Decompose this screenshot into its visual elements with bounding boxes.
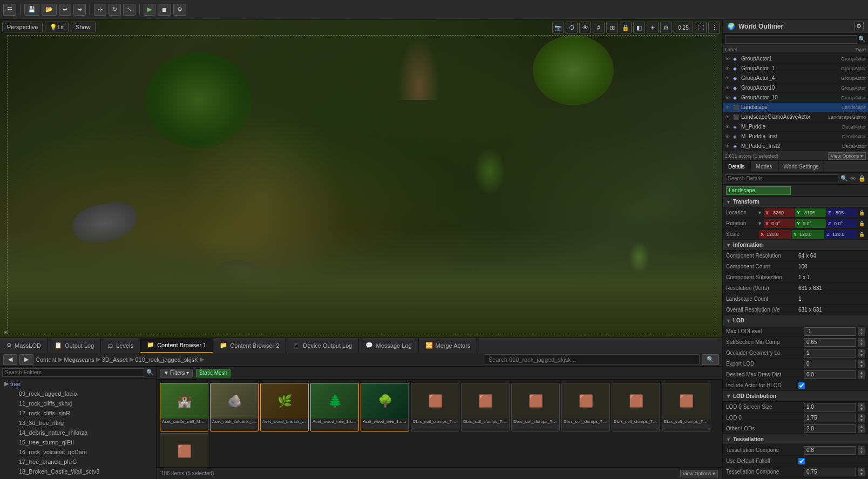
viewport-lighting-btn[interactable]: 💡 Lit [45, 22, 69, 32]
outliner-row-4[interactable]: 👁 ◆ GroupActor_10 GroupActor [723, 93, 868, 103]
tree-item-9[interactable]: 19_Broken_Castle_Wall_sddxS [0, 476, 156, 479]
information-section-header[interactable]: ▼ Information [723, 240, 868, 251]
location-x-val[interactable]: -3260 [770, 210, 795, 215]
toolbar-save-btn[interactable]: 💾 [24, 4, 39, 16]
breadcrumb-3dasset[interactable]: 3D_Asset [102, 356, 128, 363]
outliner-search-input[interactable] [725, 35, 857, 44]
outliner-search-icon[interactable]: 🔍 [858, 36, 866, 43]
lod-section-header[interactable]: ▼ LOD [723, 315, 868, 326]
asset-10[interactable]: 🟫 Dbrs_soil_clumps_T_mhknza_LODO [662, 383, 710, 431]
other-lods-input[interactable]: 2.0 [804, 424, 856, 433]
vp-lock-btn[interactable]: 🔒 [620, 22, 632, 33]
lod0-screen-size-input[interactable]: 1.0 [804, 403, 856, 411]
details-search-icon[interactable]: 🔍 [840, 175, 848, 182]
vp-menu-btn[interactable]: ⋮ [708, 22, 720, 33]
tree-item-8[interactable]: 18_Broken_Castle_Wall_sctv3 [0, 467, 156, 476]
tree-item-4[interactable]: 14_debris_nature_rhlknza [0, 428, 156, 437]
tab-levels[interactable]: 🗂 Levels [101, 338, 140, 353]
outliner-row-7[interactable]: 👁 ◈ M_Puddle DecalActor [723, 122, 868, 132]
vp-shading-btn[interactable]: ◧ [633, 22, 645, 33]
content-search-input[interactable] [484, 354, 700, 365]
vp-snap-btn[interactable]: ⊞ [606, 22, 618, 33]
asset-4[interactable]: 🌳 Aset_wood_tree_1.stwd_LODO [361, 383, 409, 431]
tab-message-log[interactable]: 💬 Message Log [359, 338, 418, 353]
toolbar-undo-btn[interactable]: ↩ [59, 4, 71, 16]
tree-item-2[interactable]: 12_rock_cliffs_sjnR [0, 408, 156, 418]
transform-section-header[interactable]: ▼ Transform [723, 197, 868, 207]
tess2-up-btn[interactable]: ▲ [858, 468, 865, 472]
outliner-row-2[interactable]: 👁 ◆ GroupActor_4 GroupActor [723, 73, 868, 83]
outliner-row-8[interactable]: 👁 ◈ M_Puddle_Inst DecalActor [723, 132, 868, 141]
toolbar-open-btn[interactable]: 📂 [42, 4, 57, 16]
tessellation-section-header[interactable]: ▼ Tessellation [723, 434, 868, 445]
scale-y-val[interactable]: 120.0 [798, 232, 824, 237]
vp-maximize-btn[interactable]: ⛶ [695, 22, 707, 33]
breadcrumb-content[interactable]: Content [36, 356, 57, 363]
desired-up-btn[interactable]: ▲ [858, 370, 865, 375]
location-y-val[interactable]: -3195 [802, 210, 826, 215]
vp-speed-input[interactable]: 0.25 [674, 22, 693, 33]
breadcrumb-megascans[interactable]: Megascans [64, 356, 94, 363]
asset-6[interactable]: 🟫 Dbrs_soil_clumps_T_mhknza_LODO [461, 383, 510, 431]
tess-dn-btn[interactable]: ▼ [858, 450, 865, 455]
tab-content-browser-2[interactable]: 📁 Content Browser 2 [213, 338, 286, 353]
lod0-input[interactable]: 1.75 [804, 414, 856, 422]
viewport-mode-btn[interactable]: Perspective [2, 22, 43, 32]
asset-8[interactable]: 🟫 Dbrs_soil_clumps_T_mhknza_LODO [561, 383, 610, 431]
rotation-x-val[interactable]: 0.0° [770, 221, 795, 226]
toolbar-play-btn[interactable]: ▶ [144, 4, 155, 16]
vp-options-btn[interactable]: ⚙ [660, 22, 672, 33]
tree-item-5[interactable]: 15_tree_stump_qIEtI [0, 437, 156, 447]
vp-light2-btn[interactable]: ☀ [647, 22, 659, 33]
viewport[interactable]: Perspective 💡 Lit Show 📷 ⏱ 👁 # ⊞ 🔒 ◧ ☀ ⚙… [0, 19, 722, 338]
tree-item-6[interactable]: 16_rock_volcanic_gcDam [0, 447, 156, 457]
lod0-up-btn[interactable]: ▲ [858, 414, 865, 418]
lod0-ss-dn-btn[interactable]: ▼ [858, 407, 865, 411]
occluder-lod-input[interactable]: 1 [804, 349, 856, 357]
toolbar-menu-btn[interactable]: ☰ [3, 4, 16, 16]
asset-9[interactable]: 🟫 Dbrs_soil_clumps_T_mhknza_LODO [612, 383, 660, 431]
other-lods-dn-btn[interactable]: ▼ [858, 429, 865, 433]
tab-device-output-log[interactable]: 📱 Device Output Log [286, 338, 359, 353]
tab-merge-actors[interactable]: 🔀 Merge Actors [419, 338, 478, 353]
toolbar-scale-btn[interactable]: ⤡ [123, 4, 135, 16]
folder-search-input[interactable] [2, 368, 144, 377]
tree-item-7[interactable]: 17_tree_branch_phrG [0, 457, 156, 467]
outliner-row-9[interactable]: 👁 ◈ M_Puddle_Inst2 DecalActor [723, 141, 868, 151]
toolbar-rotate-btn[interactable]: ↻ [109, 4, 121, 16]
folder-search-icon[interactable]: 🔍 [146, 369, 154, 376]
outliner-row-3[interactable]: 👁 ◆ GroupActor10 GroupActor [723, 83, 868, 93]
outliner-settings-btn[interactable]: ⚙ [854, 22, 864, 31]
rotation-z-val[interactable]: 0.0° [833, 221, 857, 226]
tree-item-1[interactable]: 11_rock_cliffs_skhxj [0, 399, 156, 408]
subsection-up-btn[interactable]: ▲ [858, 338, 865, 342]
nav-fwd-btn[interactable]: ▶ [19, 354, 33, 365]
tess-component-input[interactable]: 0.8 [804, 446, 856, 455]
subsection-dn-btn[interactable]: ▼ [858, 342, 865, 347]
tree-item-search[interactable]: ▶ tree [0, 379, 156, 389]
desired-dn-btn[interactable]: ▼ [858, 375, 865, 379]
location-z-val[interactable]: -505 [833, 210, 857, 215]
scale-z-val[interactable]: 120.0 [831, 232, 857, 237]
rotation-y-val[interactable]: 0.0° [802, 221, 826, 226]
details-lock-icon[interactable]: 🔒 [858, 175, 866, 182]
details-tab-details[interactable]: Details [723, 161, 751, 173]
use-default-falloff-checkbox[interactable] [798, 458, 805, 464]
tab-masslod[interactable]: ⚙ MassLOD [0, 338, 48, 353]
details-tab-modes[interactable]: Modes [751, 161, 778, 173]
viewport-show-btn[interactable]: Show [71, 22, 96, 32]
scale-x-val[interactable]: 120.0 [765, 232, 791, 237]
desired-draw-input[interactable]: 0.0 [804, 370, 856, 379]
vp-grid-btn[interactable]: # [593, 22, 605, 33]
scale-lock-btn[interactable]: 🔒 [859, 232, 865, 237]
tess2-dn-btn[interactable]: ▼ [858, 472, 865, 476]
tree-item-0[interactable]: 09_rock_jagged_facio [0, 389, 156, 399]
details-tab-world-settings[interactable]: World Settings [778, 161, 825, 173]
asset-0[interactable]: 🏰 Aset_castle_wall_M_sctv3_LODO [160, 383, 208, 431]
other-lods-up-btn[interactable]: ▲ [858, 424, 865, 429]
outliner-row-1[interactable]: 👁 ◆ GroupActor_1 GroupActor [723, 64, 868, 73]
rotation-lock-btn[interactable]: 🔒 [859, 221, 865, 226]
tree-item-3[interactable]: 13_3d_tree_rlthg [0, 418, 156, 428]
tab-output-log[interactable]: 📋 Output Log [48, 338, 101, 353]
asset-2[interactable]: 🌿 Aset_wood_branch_S.pam_LODO [260, 383, 309, 431]
